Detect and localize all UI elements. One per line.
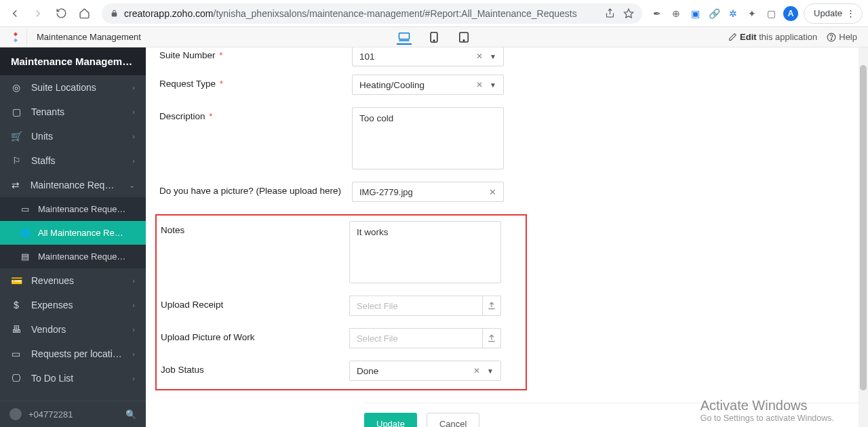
upload-work-picker[interactable]: Select File <box>349 328 501 348</box>
watermark-subtitle: Go to Settings to activate Windows. <box>701 413 834 423</box>
job-status-select[interactable]: Done ✕ ▼ <box>349 361 501 381</box>
edit-app-link[interactable]: Edit this application <box>728 32 817 42</box>
extension-icon[interactable]: ⊕ <box>669 7 683 20</box>
scrollbar-track <box>859 47 868 427</box>
file-picker-placeholder: Select File <box>349 296 482 316</box>
bookmark-star-icon[interactable] <box>623 8 634 19</box>
sidebar-footer[interactable]: +04772281 🔍 <box>0 401 146 427</box>
phone-icon[interactable] <box>427 30 441 45</box>
chevron-right-icon: › <box>132 157 135 165</box>
form-icon: ▭ <box>20 204 30 214</box>
help-link[interactable]: Help <box>827 32 857 42</box>
suite-number-label: Suite Number * <box>159 47 352 60</box>
description-label: Description * <box>159 107 352 121</box>
reload-button[interactable] <box>52 4 71 23</box>
url-text: creatorapp.zoho.com/tynisha_phenixsalons… <box>124 8 577 19</box>
link-icon[interactable]: 🔗 <box>707 7 721 20</box>
globe-icon: 🌐 <box>20 228 30 238</box>
chevron-right-icon: › <box>132 301 135 309</box>
share-icon[interactable] <box>605 8 615 18</box>
sidebar-item-label: Suite Locations <box>31 82 96 93</box>
chevron-down-icon: ⌄ <box>129 181 135 190</box>
scrollbar-thumb[interactable] <box>860 65 867 390</box>
request-type-value: Heating/Cooling <box>359 80 425 90</box>
sidebar-item-label: Tenants <box>31 106 64 117</box>
sidebar-item-maintenance-requests[interactable]: ⇄ Maintenance Requests ⌄ <box>0 173 146 197</box>
svg-rect-2 <box>399 33 410 39</box>
chrome-update-button[interactable]: Update ⋮ <box>804 3 863 24</box>
app-logo[interactable] <box>4 28 27 47</box>
description-textarea[interactable]: Too cold <box>352 107 504 169</box>
sidebar-subitem-all-maintenance[interactable]: 🌐 All Maintenance Re… <box>0 221 146 245</box>
search-icon[interactable]: 🔍 <box>125 409 136 420</box>
vendors-icon: 🖶 <box>11 324 22 335</box>
chevron-down-icon: ▼ <box>490 53 496 60</box>
translate-icon[interactable]: ▣ <box>688 7 702 20</box>
sidebar-item-requests-per-location[interactable]: ▭ Requests per location › <box>0 342 146 366</box>
device-switcher <box>397 30 471 45</box>
notes-label: Notes <box>157 221 349 235</box>
sidebar-item-expenses[interactable]: $ Expenses › <box>0 293 146 317</box>
address-bar[interactable]: creatorapp.zoho.com/tynisha_phenixsalons… <box>102 3 642 24</box>
pencil-icon <box>728 33 737 41</box>
sidebar-subitem-maintenance-request-report[interactable]: ▤ Maintenance Reque… <box>0 245 146 268</box>
chevron-right-icon: › <box>132 132 135 140</box>
chevron-down-icon: ▼ <box>490 81 496 89</box>
upload-receipt-label: Upload Receipt <box>157 296 349 310</box>
remove-file-icon[interactable]: ✕ <box>489 187 496 197</box>
chevron-right-icon: › <box>132 83 135 92</box>
desktop-icon[interactable] <box>397 30 412 45</box>
user-avatar-icon <box>9 408 22 420</box>
eyedropper-icon[interactable]: ✒ <box>650 7 664 20</box>
kebab-icon: ⋮ <box>846 8 855 18</box>
puzzle-icon[interactable]: ✦ <box>745 7 759 20</box>
content-area: Suite Number * 101 ✕ ▼ Request Type * He… <box>146 47 868 427</box>
extension-row: ✒ ⊕ ▣ 🔗 ✲ ✦ ▢ A Update ⋮ <box>650 3 863 24</box>
notes-textarea[interactable]: It works <box>349 221 501 283</box>
gear-icon[interactable]: ✲ <box>726 7 740 20</box>
tablet-icon[interactable] <box>456 30 471 45</box>
sidebar-subitem-label: All Maintenance Re… <box>38 228 123 238</box>
uploaded-picture-chip[interactable]: IMG-2779.jpg ✕ <box>352 182 504 202</box>
sidebar-item-todo-list[interactable]: 🖵 To Do List › <box>0 366 146 390</box>
back-button[interactable] <box>5 4 24 23</box>
picture-label: Do you have a picture? (Please upload he… <box>159 182 352 196</box>
sidebar-item-label: Requests per location <box>31 348 123 359</box>
cancel-button[interactable]: Cancel <box>427 413 479 427</box>
monitor-icon: 🖵 <box>11 373 22 384</box>
chevron-right-icon: › <box>132 108 135 116</box>
request-type-select[interactable]: Heating/Cooling ✕ ▼ <box>352 75 504 95</box>
profile-avatar[interactable]: A <box>783 6 798 21</box>
maintenance-icon: ⇄ <box>11 180 21 190</box>
sidebar-item-revenues[interactable]: 💳 Revenues › <box>0 268 146 293</box>
sidebar-item-tenants[interactable]: ▢ Tenants › <box>0 100 146 124</box>
help-icon <box>827 33 836 42</box>
sidebar-subitem-label: Maintenance Reque… <box>38 251 125 262</box>
upload-receipt-picker[interactable]: Select File <box>349 296 501 316</box>
sidebar-item-units[interactable]: 🛒 Units › <box>0 124 146 148</box>
sidebar-item-suite-locations[interactable]: ◎ Suite Locations › <box>0 75 146 100</box>
sidebar-subitem-maintenance-request[interactable]: ▭ Maintenance Reque… <box>0 197 146 221</box>
list-icon: ▤ <box>20 251 30 262</box>
panel-icon[interactable]: ▢ <box>764 7 778 20</box>
sidebar-item-label: Vendors <box>31 324 66 335</box>
clear-icon[interactable]: ✕ <box>476 52 483 61</box>
sidebar-item-staffs[interactable]: ⚐ Staffs › <box>0 148 146 173</box>
home-button[interactable] <box>75 4 94 23</box>
browser-toolbar: creatorapp.zoho.com/tynisha_phenixsalons… <box>0 0 868 27</box>
sidebar-item-label: Revenues <box>31 275 74 286</box>
chevron-right-icon: › <box>132 277 135 285</box>
svg-point-5 <box>433 40 435 41</box>
sidebar-item-label: Units <box>31 131 53 142</box>
update-button[interactable]: Update <box>364 413 417 427</box>
sidebar-item-label: Expenses <box>31 300 73 310</box>
sidebar-item-label: Maintenance Requests <box>31 180 119 190</box>
suite-number-select[interactable]: 101 ✕ ▼ <box>352 47 504 66</box>
upload-icon[interactable] <box>482 328 501 348</box>
upload-icon[interactable] <box>482 296 501 316</box>
clear-icon[interactable]: ✕ <box>473 366 480 375</box>
sidebar-item-vendors[interactable]: 🖶 Vendors › <box>0 317 146 342</box>
forward-button[interactable] <box>28 4 47 23</box>
clear-icon[interactable]: ✕ <box>476 80 483 89</box>
job-status-value: Done <box>357 366 378 376</box>
